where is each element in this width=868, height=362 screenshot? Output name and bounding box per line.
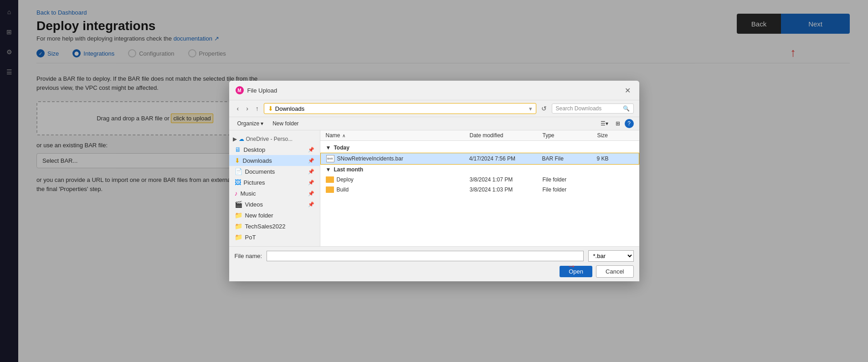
file-row-deploy[interactable]: Deploy 3/8/2024 1:07 PM File folder [320, 175, 639, 185]
refresh-button[interactable]: ↺ [539, 103, 549, 114]
music-label: Music [241, 190, 256, 197]
nav-item-music[interactable]: ♪ Music 📌 [229, 188, 320, 199]
search-box: Search Downloads 🔍 [552, 103, 634, 114]
file-date-build: 3/8/2024 1:03 PM [470, 186, 543, 193]
dialog-titlebar: M File Upload ✕ [229, 81, 639, 100]
onedrive-label: OneDrive - Perso... [246, 136, 293, 142]
file-name-build: Build [326, 186, 470, 193]
file-dialog: M File Upload ✕ ‹ › ↑ ⬇ Downloads ▾ ↺ Se… [229, 81, 639, 281]
new-folder-nav-label: New folder [245, 212, 273, 219]
search-placeholder-label: Search Downloads [556, 105, 602, 112]
open-button[interactable]: Open [560, 266, 592, 277]
nav-up-button[interactable]: ↑ [253, 103, 261, 114]
organize-chevron-icon: ▾ [261, 120, 263, 127]
view-tiles-button[interactable]: ⊞ [613, 119, 623, 128]
nav-item-pictures[interactable]: 🖼 Pictures 📌 [229, 177, 320, 188]
file-name-deploy: Deploy [326, 176, 470, 183]
nav-item-desktop[interactable]: 🖥 Desktop 📌 [229, 144, 320, 155]
file-type-deploy: File folder [543, 176, 597, 183]
downloads-folder-icon: ⬇ [235, 157, 240, 164]
nav-item-new-folder[interactable]: 📁 New folder [229, 210, 320, 221]
today-label: Today [334, 145, 349, 151]
nav-item-videos[interactable]: 🎬 Videos 📌 [229, 199, 320, 210]
new-folder-label: New folder [272, 120, 298, 127]
breadcrumb-bar: ⬇ Downloads ▾ [264, 103, 536, 114]
col-size[interactable]: Size [597, 132, 634, 139]
techsales-folder-icon: 📁 [235, 222, 242, 230]
organize-label: Organize [237, 120, 260, 127]
last-month-label: Last month [334, 166, 363, 173]
documents-pin-icon: 📌 [308, 169, 314, 175]
file-name-label-deploy: Deploy [337, 176, 354, 183]
techsales-label: TechSales2022 [245, 223, 286, 230]
file-date-bar: 4/17/2024 7:56 PM [469, 155, 542, 162]
filename-input[interactable] [267, 251, 583, 261]
col-date[interactable]: Date modified [470, 132, 543, 139]
new-folder-button[interactable]: New folder [270, 119, 301, 128]
dialog-navbar: ‹ › ↑ ⬇ Downloads ▾ ↺ Search Downloads 🔍 [229, 100, 639, 117]
file-row-bar[interactable]: BAR SNowRetrieveIncidents.bar 4/17/2024 … [320, 153, 639, 165]
file-dialog-overlay: M File Upload ✕ ‹ › ↑ ⬇ Downloads ▾ ↺ Se… [0, 0, 868, 362]
file-row-build[interactable]: Build 3/8/2024 1:03 PM File folder [320, 185, 639, 195]
desktop-pin-icon: 📌 [308, 147, 314, 153]
nav-back-button[interactable]: ‹ [235, 103, 241, 114]
onedrive-group[interactable]: ▶ ☁ OneDrive - Perso... [229, 134, 320, 144]
videos-label: Videos [245, 201, 263, 208]
nav-forward-button[interactable]: › [244, 103, 251, 114]
dialog-toolbar: Organize ▾ New folder ☰▾ ⊞ ? [229, 117, 639, 130]
onedrive-expand-icon: ▶ [233, 136, 237, 142]
downloads-breadcrumb-icon: ⬇ [268, 105, 273, 112]
last-month-collapse-icon: ▼ [326, 166, 331, 173]
nav-item-documents[interactable]: 📄 Documents 📌 [229, 166, 320, 177]
music-pin-icon: 📌 [308, 191, 314, 197]
nav-item-downloads[interactable]: ⬇ Downloads 📌 [229, 155, 320, 166]
new-folder-folder-icon: 📁 [235, 212, 242, 219]
nav-item-pot[interactable]: 📁 PoT [229, 232, 320, 243]
cancel-button[interactable]: Cancel [596, 265, 633, 278]
organize-button[interactable]: Organize ▾ [235, 119, 267, 128]
file-size-bar: 9 KB [597, 155, 633, 162]
documents-label: Documents [245, 168, 275, 175]
dialog-title-label: File Upload [247, 87, 277, 94]
breadcrumb-chevron-icon: ▾ [529, 105, 532, 112]
col-type[interactable]: Type [543, 132, 597, 139]
pot-folder-icon: 📁 [235, 233, 242, 241]
file-name-label-bar: SNowRetrieveIncidents.bar [337, 155, 403, 162]
dialog-footer: File name: *.bar Open Cancel [229, 246, 639, 281]
dialog-close-button[interactable]: ✕ [623, 85, 633, 95]
pictures-pin-icon: 📌 [308, 180, 314, 186]
col-name[interactable]: Name ∧ [326, 132, 470, 139]
file-type-bar: BAR File [542, 155, 597, 162]
videos-folder-icon: 🎬 [235, 201, 242, 208]
file-date-deploy: 3/8/2024 1:07 PM [470, 176, 543, 183]
filename-label: File name: [235, 253, 262, 259]
videos-pin-icon: 📌 [308, 202, 314, 207]
downloads-label: Downloads [243, 157, 272, 164]
nav-item-techsales[interactable]: 📁 TechSales2022 [229, 221, 320, 232]
filename-row: File name: *.bar [235, 250, 634, 262]
help-button[interactable]: ? [625, 119, 634, 128]
music-folder-icon: ♪ [235, 190, 238, 197]
deploy-folder-icon [326, 176, 334, 183]
downloads-pin-icon: 📌 [308, 158, 314, 164]
group-today[interactable]: ▼ Today [320, 143, 639, 153]
footer-buttons: Open Cancel [235, 265, 634, 278]
search-icon[interactable]: 🔍 [623, 105, 630, 112]
today-collapse-icon: ▼ [326, 145, 331, 151]
view-list-button[interactable]: ☰▾ [598, 119, 611, 128]
desktop-label: Desktop [244, 146, 266, 153]
build-folder-icon [326, 186, 334, 193]
dialog-body: ▶ ☁ OneDrive - Perso... 🖥 Desktop 📌 ⬇ Do… [229, 130, 639, 246]
dialog-title-left: M File Upload [236, 86, 277, 94]
bar-file-icon: BAR [326, 155, 334, 162]
file-list-header: Name ∧ Date modified Type Size [320, 130, 639, 141]
filetype-select[interactable]: *.bar [588, 250, 634, 262]
toolbar-right: ☰▾ ⊞ ? [598, 119, 634, 128]
file-name-bar: BAR SNowRetrieveIncidents.bar [326, 155, 469, 162]
file-type-build: File folder [543, 186, 597, 193]
file-list-body: ▼ Today BAR SNowRetrieveIncidents.bar 4/… [320, 141, 639, 246]
dialog-logo-icon: M [236, 86, 244, 94]
pictures-label: Pictures [244, 179, 265, 186]
breadcrumb-label: Downloads [275, 105, 304, 112]
group-last-month[interactable]: ▼ Last month [320, 165, 639, 175]
